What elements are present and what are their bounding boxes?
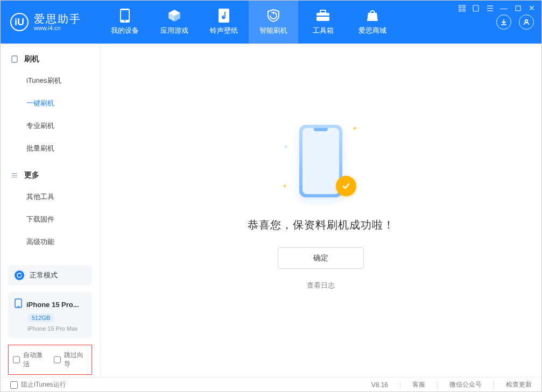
cube-icon [167,9,181,23]
music-icon [217,9,231,23]
svg-rect-16 [316,16,329,17]
footer-link-wechat[interactable]: 微信公众号 [449,380,482,389]
checkbox-label: 阻止iTunes运行 [21,380,66,389]
nav-label: 工具箱 [313,26,334,35]
close-icon[interactable]: ✕ [527,4,536,12]
tablet-icon[interactable] [471,4,480,12]
nav-ringtones-wallpapers[interactable]: 铃声壁纸 [199,1,249,44]
sidebar-item-batch-flash[interactable]: 批量刷机 [1,137,100,160]
footer-bar: 阻止iTunes运行 V8.16 客服 微信公众号 检查更新 [1,377,541,392]
checkbox-block-itunes[interactable]: 阻止iTunes运行 [10,380,66,389]
top-nav: 我的设备 应用游戏 铃声壁纸 智能刷机 工具箱 爱思商城 [100,1,496,44]
shield-icon [266,9,280,23]
sidebar-item-itunes-flash[interactable]: iTunes刷机 [1,69,100,92]
sparkle-icon: ✦ [352,125,357,132]
app-subtitle: www.i4.cn [34,25,81,31]
menu-icon[interactable] [485,4,494,12]
divider [437,382,438,388]
device-name: iPhone 15 Pro... [26,301,79,309]
group-title: 刷机 [24,54,39,64]
sparkle-icon: ✦ [282,182,287,190]
sidebar-item-other-tools[interactable]: 其他工具 [1,186,100,208]
svg-rect-2 [459,9,461,11]
group-title: 更多 [24,170,39,180]
checkbox-input[interactable] [13,356,20,364]
checkbox-skip-guide[interactable]: 跳过向导 [54,351,87,369]
svg-rect-14 [316,13,329,21]
sparkle-icon: ✦ [283,143,288,151]
svg-rect-4 [473,5,478,11]
checkbox-auto-activate[interactable]: 自动激活 [13,351,46,369]
logo-badge-icon: iU [10,13,29,31]
footer-link-support[interactable]: 客服 [412,380,425,389]
checkbox-label: 跳过向导 [64,351,87,369]
refresh-icon [15,270,24,280]
device-small-icon [11,55,19,63]
device-card[interactable]: iPhone 15 Pro... 512GB iPhone 15 Pro Max [8,292,92,338]
nav-label: 智能刷机 [259,26,287,35]
bag-icon [365,9,379,23]
nav-apps-games[interactable]: 应用游戏 [150,1,199,44]
main-panel: ✦ ✦ ✦ 恭喜您，保资料刷机成功啦！ 确定 查看日志 [100,44,541,377]
success-title: 恭喜您，保资料刷机成功啦！ [248,218,395,232]
footer-link-update[interactable]: 检查更新 [506,380,532,389]
sidebar: 刷机 iTunes刷机 一键刷机 专业刷机 批量刷机 更多 其他工具 下载固件 … [1,44,100,377]
maximize-icon[interactable] [513,4,522,12]
ok-button[interactable]: 确定 [278,247,364,269]
sidebar-group-more: 更多 [1,165,100,186]
nav-my-device[interactable]: 我的设备 [100,1,150,44]
divider [400,382,400,388]
app-title: 爱思助手 [34,13,81,25]
svg-rect-15 [320,10,326,13]
view-log-link[interactable]: 查看日志 [307,281,335,290]
minimize-icon[interactable]: — [499,4,508,12]
nav-label: 爱思商城 [358,26,386,35]
device-mode-card[interactable]: 正常模式 [8,265,92,286]
svg-rect-0 [459,5,461,8]
svg-point-11 [124,20,125,22]
version-label: V8.16 [371,381,388,389]
nav-label: 铃声壁纸 [210,26,238,35]
toolbox-icon [316,9,330,23]
nav-label: 应用游戏 [160,26,188,35]
checkbox-label: 自动激活 [23,351,46,369]
phone-icon [118,9,132,23]
nav-label: 我的设备 [111,26,139,35]
mode-label: 正常模式 [30,270,58,280]
sidebar-item-oneclick-flash[interactable]: 一键刷机 [1,92,100,115]
device-phone-icon [15,298,22,310]
device-storage-badge: 512GB [27,313,54,322]
account-button[interactable] [519,15,534,30]
svg-rect-1 [463,5,465,8]
nav-toolbox[interactable]: 工具箱 [298,1,348,44]
success-illustration: ✦ ✦ ✦ [288,119,353,203]
nav-store[interactable]: 爱思商城 [348,1,397,44]
checkbox-input[interactable] [54,356,61,364]
svg-rect-19 [12,56,17,62]
window-controls: — ✕ [457,4,536,12]
sidebar-item-pro-flash[interactable]: 专业刷机 [1,115,100,137]
device-full-name: iPhone 15 Pro Max [27,325,86,332]
grid-icon[interactable] [457,4,466,12]
app-logo: iU 爱思助手 www.i4.cn [1,1,100,44]
more-icon [11,172,19,179]
nav-smart-flash[interactable]: 智能刷机 [249,1,298,44]
divider [494,382,494,388]
activation-options-highlight: 自动激活 跳过向导 [8,345,92,375]
svg-rect-8 [516,6,520,11]
sidebar-item-advanced[interactable]: 高级功能 [1,231,100,253]
sidebar-group-flash: 刷机 [1,49,100,69]
check-badge-icon [336,176,356,196]
sidebar-item-download-firmware[interactable]: 下载固件 [1,208,100,231]
svg-point-13 [222,17,224,19]
svg-point-18 [525,20,528,23]
svg-rect-10 [121,10,129,20]
download-button[interactable] [496,15,511,30]
checkbox-input[interactable] [10,381,18,389]
svg-rect-3 [463,9,465,11]
